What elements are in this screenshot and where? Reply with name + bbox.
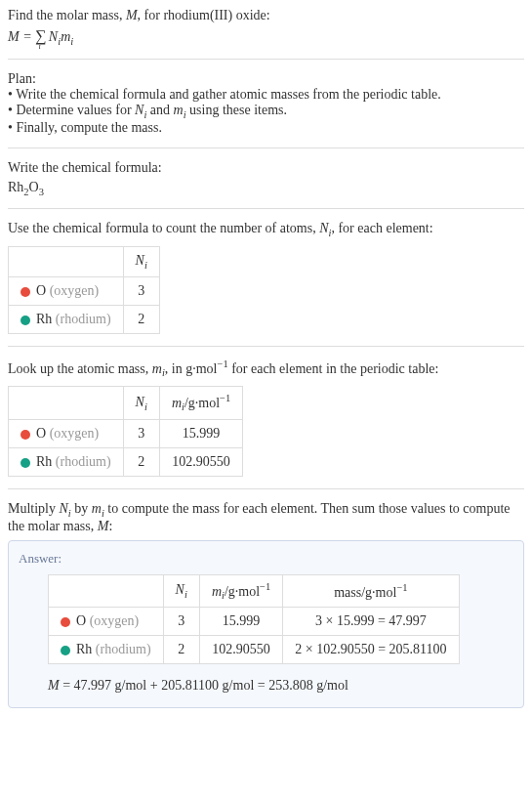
ans-mass: mass/g·mol: [334, 584, 396, 599]
plan-item-2-end: using these items.: [186, 103, 287, 117]
mul-mi: m: [92, 501, 102, 516]
table-header-row: Ni: [9, 247, 160, 277]
o-calc: 3 × 15.999 = 47.997: [283, 608, 459, 636]
rhodium-dot-icon: [20, 458, 30, 468]
o-count: 3: [123, 276, 159, 305]
element-cell-oxygen: O (oxygen): [9, 276, 124, 305]
multiply-section: Multiply Ni by mi to compute the mass fo…: [8, 501, 524, 534]
divider: [8, 59, 524, 60]
ni-header: Ni: [163, 574, 199, 607]
elem-o: O: [76, 613, 86, 628]
elem-o-name: (oxygen): [50, 426, 100, 441]
ans-ni-sub: i: [184, 589, 187, 600]
plan-item-3: • Finally, compute the mass.: [8, 120, 524, 136]
rh-calc: 2 × 102.90550 = 205.81100: [283, 636, 459, 664]
o-n: 3: [163, 608, 199, 636]
ni-header-sub: i: [144, 260, 147, 271]
mul-m: M: [98, 519, 109, 533]
rhodium-dot-icon: [20, 316, 30, 325]
mi-header: mi/g·mol−1: [199, 574, 282, 607]
am-text-a: Look up the atomic mass,: [8, 361, 152, 376]
chem-o-sub: 3: [39, 186, 44, 196]
ans-mi: m: [212, 583, 222, 598]
write-formula-section: Write the chemical formula: Rh2O3: [8, 160, 524, 197]
table-header-row: Ni mi/g·mol−1 mass/g·mol−1: [49, 574, 460, 607]
final-m: M: [48, 678, 60, 693]
mi-unit: /g·mol: [184, 396, 220, 410]
count-atoms-text: Use the chemical formula to count the nu…: [8, 221, 524, 238]
ni-header: Ni: [123, 247, 159, 277]
mi-header: mi/g·mol−1: [159, 387, 242, 419]
sigma-sub: i: [39, 42, 41, 51]
table-row: O (oxygen) 3 15.999: [9, 419, 243, 447]
count-text-a: Use the chemical formula to count the nu…: [8, 221, 319, 235]
atomic-mass-section: Look up the atomic mass, mi, in g·mol−1 …: [8, 358, 524, 477]
rh-count: 2: [123, 305, 159, 333]
oxygen-dot-icon: [20, 287, 30, 297]
intro-text-1: Find the molar mass,: [8, 8, 126, 22]
divider: [8, 148, 524, 148]
elem-rh-name: (rhodium): [96, 642, 151, 656]
table-row: Rh (rhodium) 2 102.90550 2 × 102.90550 =…: [49, 636, 460, 664]
am-text-c: for each element in the periodic table:: [228, 361, 439, 376]
write-formula-title: Write the chemical formula:: [8, 160, 524, 176]
table-row: O (oxygen) 3 15.999 3 × 15.999 = 47.997: [49, 608, 460, 636]
am-text-b: , in g·mol: [165, 361, 218, 376]
empty-header: [49, 574, 164, 607]
count-text-b: , for each element:: [331, 221, 432, 235]
elem-o-name: (oxygen): [50, 283, 100, 298]
ans-ni: N: [176, 582, 184, 597]
elem-o: O: [36, 283, 46, 298]
answer-table: Ni mi/g·mol−1 mass/g·mol−1 O (oxygen) 3 …: [48, 574, 460, 664]
formula-eq: =: [20, 29, 35, 44]
formula-m: M: [8, 29, 20, 44]
chem-rh: Rh: [8, 180, 23, 194]
o-m: 15.999: [199, 608, 282, 636]
mul-ni: N: [60, 501, 68, 516]
ans-mi-unit-sup: −1: [260, 581, 270, 592]
multiply-text: Multiply Ni by mi to compute the mass fo…: [8, 501, 524, 534]
count-atoms-section: Use the chemical formula to count the nu…: [8, 221, 524, 334]
final-eq-text: = 47.997 g/mol + 205.81100 g/mol = 253.8…: [60, 678, 348, 693]
elem-rh: Rh: [36, 312, 52, 326]
molar-mass-formula: M = ∑iNimi: [8, 27, 524, 47]
elem-rh: Rh: [36, 454, 52, 469]
mul-a: Multiply: [8, 501, 60, 516]
elem-o: O: [36, 426, 46, 441]
rh-n: 2: [123, 447, 159, 476]
divider: [8, 208, 524, 209]
empty-header: [9, 247, 124, 277]
answer-content: Ni mi/g·mol−1 mass/g·mol−1 O (oxygen) 3 …: [19, 574, 513, 694]
elem-o-name: (oxygen): [90, 613, 140, 628]
oxygen-dot-icon: [20, 430, 30, 440]
count-ni: N: [319, 221, 328, 235]
var-m: M: [126, 8, 138, 22]
plan-title: Plan:: [8, 71, 524, 87]
mi-unit-sup: −1: [220, 393, 230, 403]
ni-header: Ni: [123, 387, 159, 419]
table-header-row: Ni mi/g·mol−1: [9, 387, 243, 419]
intro-section: Find the molar mass, M, for rhodium(III)…: [8, 8, 524, 47]
mass-header: mass/g·mol−1: [283, 574, 459, 607]
answer-label: Answer:: [19, 551, 513, 567]
formula-mi-sub: i: [70, 36, 73, 47]
elem-rh-name: (rhodium): [56, 312, 111, 326]
plan-item-1: • Write the chemical formula and gather …: [8, 87, 524, 103]
atomic-mass-table: Ni mi/g·mol−1 O (oxygen) 3 15.999 Rh (rh…: [8, 386, 243, 476]
chemical-formula: Rh2O3: [8, 180, 524, 197]
ans-mass-sup: −1: [396, 582, 407, 593]
element-cell-rhodium: Rh (rhodium): [49, 636, 164, 664]
rhodium-dot-icon: [61, 646, 70, 655]
ni-h: N: [136, 395, 144, 409]
am-mi: m: [152, 361, 162, 376]
divider: [8, 488, 524, 489]
formula-ni: N: [49, 29, 58, 44]
intro-text-2: , for rhodium(III) oxide:: [138, 8, 270, 22]
table-row: Rh (rhodium) 2 102.90550: [9, 447, 243, 476]
plan-mi: m: [174, 103, 184, 117]
oxygen-dot-icon: [61, 617, 70, 627]
am-sup: −1: [217, 358, 227, 369]
ans-mi-unit: /g·mol: [225, 583, 260, 598]
divider: [8, 346, 524, 347]
plan-item-2-mid: and: [146, 103, 173, 117]
